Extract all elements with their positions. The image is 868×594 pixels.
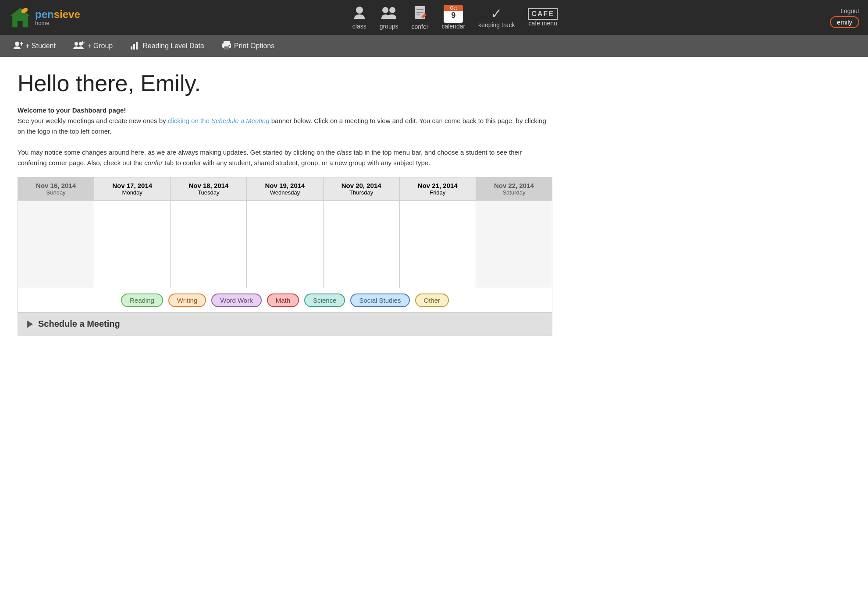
- calendar-header-thursday: Nov 20, 2014 Thursday: [323, 177, 399, 201]
- expand-icon: [27, 320, 33, 328]
- logo-pen: pen: [35, 8, 54, 20]
- main-content: Hello there, Emily. Welcome to your Dash…: [0, 57, 570, 349]
- svg-point-4: [389, 7, 395, 13]
- add-group-label: + Group: [87, 42, 113, 50]
- calendar-day: 9: [451, 11, 455, 21]
- legend-other[interactable]: Other: [415, 293, 449, 307]
- reading-level-label: Reading Level Data: [142, 42, 204, 50]
- calendar-header-friday: Nov 21, 2014 Friday: [399, 177, 476, 201]
- legend-word-work[interactable]: Word Work: [211, 293, 261, 307]
- add-group-icon: [73, 40, 85, 52]
- nav-groups[interactable]: groups: [380, 6, 398, 30]
- calendar-cell-wednesday[interactable]: [247, 201, 323, 288]
- nav-items: class groups confer Oct 9 calendar ✓: [80, 5, 830, 30]
- schedule-meeting-label: Schedule a Meeting: [38, 319, 120, 329]
- calendar-header-row: Nov 16, 2014 Sunday Nov 17, 2014 Monday …: [18, 177, 552, 201]
- add-student-button[interactable]: + Student: [13, 40, 56, 52]
- svg-point-2: [356, 7, 363, 14]
- legend-math[interactable]: Math: [267, 293, 299, 307]
- calendar-header-sunday: Nov 16, 2014 Sunday: [18, 177, 94, 201]
- user-area: Logout emily: [830, 7, 859, 28]
- groups-icon: [381, 6, 397, 22]
- nav-class-label: class: [352, 23, 366, 30]
- calendar-cell-thursday[interactable]: [323, 201, 399, 288]
- svg-point-3: [382, 7, 388, 13]
- add-student-label: + Student: [25, 42, 56, 50]
- calendar-cell-saturday[interactable]: [476, 201, 552, 288]
- nav-cafe-label: cafe menu: [528, 20, 557, 27]
- schedule-meeting-link[interactable]: clicking on the Schedule a Meeting: [168, 117, 270, 124]
- nav-confer-label: confer: [411, 23, 428, 30]
- calendar-cell-sunday[interactable]: [18, 201, 94, 288]
- calendar-header-monday: Nov 17, 2014 Monday: [94, 177, 171, 201]
- legend-reading[interactable]: Reading: [121, 293, 163, 307]
- svg-point-13: [75, 42, 78, 46]
- logo-home-label: home: [35, 20, 80, 26]
- reading-level-icon: [130, 40, 140, 52]
- logo-sieve: sieve: [54, 8, 80, 20]
- top-navigation: pensieve home class groups confer: [0, 0, 868, 35]
- legend-science[interactable]: Science: [304, 293, 345, 307]
- welcome-bold: Welcome to your Dashboard page!: [18, 106, 126, 114]
- confer-icon: [413, 5, 427, 22]
- legend-social-studies[interactable]: Social Studies: [350, 293, 409, 307]
- svg-point-10: [15, 42, 19, 46]
- add-group-button[interactable]: + Group: [73, 40, 113, 52]
- logo-icon: [9, 6, 32, 29]
- calendar-cell-tuesday[interactable]: [171, 201, 247, 288]
- calendar-body-row: [18, 201, 552, 288]
- calendar-table: Nov 16, 2014 Sunday Nov 17, 2014 Monday …: [18, 177, 552, 288]
- reading-level-button[interactable]: Reading Level Data: [130, 40, 204, 52]
- legend-row: Reading Writing Word Work Math Science S…: [18, 288, 552, 313]
- greeting-heading: Hello there, Emily.: [18, 70, 552, 96]
- calendar-header-wednesday: Nov 19, 2014 Wednesday: [247, 177, 323, 201]
- svg-rect-22: [224, 46, 229, 50]
- nav-keeping-track-label: keeping track: [478, 21, 515, 28]
- svg-rect-17: [131, 46, 132, 50]
- keeping-track-icon: ✓: [491, 7, 502, 21]
- nav-cafe-menu[interactable]: CAFE cafe menu: [528, 8, 558, 27]
- calendar-header-tuesday: Nov 18, 2014 Tuesday: [171, 177, 247, 201]
- class-icon: [353, 6, 366, 22]
- nav-calendar-label: calendar: [441, 23, 465, 30]
- svg-rect-19: [136, 42, 138, 50]
- nav-calendar[interactable]: Oct 9 calendar: [441, 5, 465, 30]
- print-options-label: Print Options: [234, 42, 274, 50]
- nav-groups-label: groups: [380, 23, 398, 30]
- nav-keeping-track[interactable]: ✓ keeping track: [478, 7, 515, 28]
- calendar-cell-monday[interactable]: [94, 201, 171, 288]
- cafe-icon: CAFE: [528, 8, 558, 20]
- nav-confer[interactable]: confer: [411, 5, 428, 30]
- logout-button[interactable]: Logout: [840, 7, 859, 14]
- calendar-icon: Oct 9: [444, 5, 463, 23]
- sub-navigation: + Student + Group Reading Level Data Pri…: [0, 35, 868, 57]
- welcome-text: Welcome to your Dashboard page! See your…: [18, 105, 552, 168]
- calendar-month: Oct: [444, 5, 463, 11]
- svg-point-23: [228, 45, 230, 46]
- user-badge[interactable]: emily: [830, 16, 859, 28]
- legend-writing[interactable]: Writing: [168, 293, 206, 307]
- calendar-header-saturday: Nov 22, 2014 Saturday: [476, 177, 552, 201]
- logo[interactable]: pensieve home: [9, 6, 80, 29]
- svg-rect-18: [133, 44, 135, 50]
- schedule-meeting-banner[interactable]: Schedule a Meeting: [18, 313, 552, 336]
- add-student-icon: [13, 40, 23, 52]
- print-icon: [222, 40, 231, 52]
- nav-class[interactable]: class: [352, 6, 366, 30]
- logo-text-area: pensieve home: [35, 9, 80, 26]
- calendar-cell-friday[interactable]: [399, 201, 476, 288]
- print-options-button[interactable]: Print Options: [222, 40, 274, 52]
